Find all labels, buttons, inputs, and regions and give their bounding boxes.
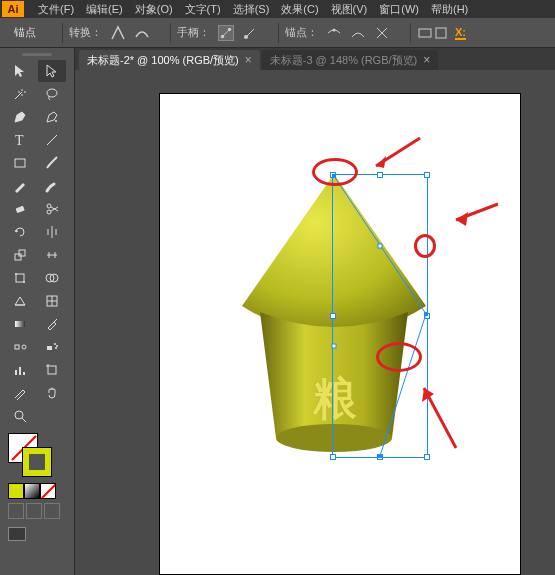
tab-label: 未标题-3 @ 148% (RGB/预览) [270, 53, 417, 68]
mesh-tool[interactable] [38, 290, 66, 312]
line-tool[interactable] [38, 129, 66, 151]
control-bar: 锚点 转换： 手柄： 锚点： X: [0, 18, 555, 48]
svg-rect-24 [15, 321, 25, 327]
color-mode-gradient[interactable] [24, 483, 40, 499]
handle-show-icon[interactable] [218, 25, 234, 41]
svg-point-30 [55, 347, 57, 349]
panel-handle[interactable] [0, 48, 74, 60]
connect-anchor-icon[interactable] [350, 25, 366, 41]
svg-point-2 [228, 27, 232, 31]
slice-tool[interactable] [6, 382, 34, 404]
selected-path[interactable] [332, 174, 428, 458]
annotation-ellipse [414, 234, 436, 258]
menu-object[interactable]: 对象(O) [129, 2, 179, 17]
free-transform-tool[interactable] [6, 267, 34, 289]
workspace: 未标题-2* @ 100% (RGB/预览) × 未标题-3 @ 148% (R… [75, 48, 555, 575]
convert-corner-icon[interactable] [110, 25, 126, 41]
symbol-sprayer-tool[interactable] [38, 336, 66, 358]
remove-anchor-icon[interactable] [326, 25, 342, 41]
handle-hide-icon[interactable] [242, 25, 258, 41]
svg-rect-17 [19, 250, 25, 256]
isolate-icon[interactable] [433, 25, 449, 41]
hand-tool[interactable] [38, 382, 66, 404]
gradient-tool[interactable] [6, 313, 34, 335]
canvas-area[interactable]: 粮 [75, 70, 555, 575]
divider [278, 23, 279, 43]
menu-view[interactable]: 视图(V) [325, 2, 374, 17]
document-tab[interactable]: 未标题-2* @ 100% (RGB/预览) × [79, 50, 260, 70]
color-mode-solid[interactable] [8, 483, 24, 499]
document-tab[interactable]: 未标题-3 @ 148% (RGB/预览) × [262, 50, 438, 70]
pencil-tool[interactable] [6, 175, 34, 197]
magic-wand-tool[interactable] [6, 83, 34, 105]
cut-anchor-icon[interactable] [374, 25, 390, 41]
eraser-tool[interactable] [6, 198, 34, 220]
direct-selection-tool[interactable] [38, 60, 66, 82]
annotation-arrow [416, 382, 466, 454]
svg-point-28 [54, 343, 56, 345]
svg-point-29 [56, 345, 58, 347]
app-logo: Ai [2, 1, 24, 17]
fill-stroke-proxy[interactable] [8, 433, 52, 477]
scale-tool[interactable] [6, 244, 34, 266]
svg-point-35 [15, 411, 23, 419]
eyedropper-tool[interactable] [38, 313, 66, 335]
svg-rect-42 [332, 344, 336, 348]
svg-rect-41 [378, 454, 382, 458]
annotation-ellipse [312, 158, 358, 186]
artboard[interactable]: 粮 [160, 94, 520, 574]
pen-tool[interactable] [6, 106, 34, 128]
shape-builder-tool[interactable] [38, 267, 66, 289]
anchors-group: 锚点： [285, 25, 390, 41]
menu-effect[interactable]: 效果(C) [275, 2, 324, 17]
rectangle-tool[interactable] [6, 152, 34, 174]
menu-edit[interactable]: 编辑(E) [80, 2, 129, 17]
draw-behind[interactable] [26, 503, 42, 519]
lasso-tool[interactable] [38, 83, 66, 105]
convert-smooth-icon[interactable] [134, 25, 150, 41]
svg-point-19 [15, 273, 17, 275]
type-tool[interactable]: T [6, 129, 34, 151]
svg-rect-33 [23, 372, 25, 375]
svg-rect-27 [47, 346, 52, 350]
svg-line-11 [47, 135, 57, 145]
menu-file[interactable]: 文件(F) [32, 2, 80, 17]
menu-type[interactable]: 文字(T) [179, 2, 227, 17]
scissors-tool[interactable] [38, 198, 66, 220]
artboard-tool[interactable] [38, 359, 66, 381]
reflect-tool[interactable] [38, 221, 66, 243]
draw-inside[interactable] [44, 503, 60, 519]
svg-rect-7 [436, 28, 446, 38]
svg-point-20 [23, 281, 25, 283]
graph-tool[interactable] [6, 359, 34, 381]
blend-tool[interactable] [6, 336, 34, 358]
color-mode-none[interactable] [40, 483, 56, 499]
selection-tool[interactable] [6, 60, 34, 82]
blob-brush-tool[interactable] [38, 175, 66, 197]
svg-rect-13 [16, 206, 25, 213]
svg-point-9 [55, 120, 57, 122]
draw-normal[interactable] [8, 503, 24, 519]
curvature-tool[interactable] [38, 106, 66, 128]
divider [62, 23, 63, 43]
rotate-tool[interactable] [6, 221, 34, 243]
transform-x-icon[interactable]: X: [455, 26, 466, 40]
zoom-tool[interactable] [6, 405, 34, 427]
stroke-swatch[interactable] [22, 447, 52, 477]
svg-rect-31 [15, 370, 17, 375]
align-icon[interactable] [417, 25, 433, 41]
anchor-label: 锚点 [14, 25, 36, 40]
close-icon[interactable]: × [245, 54, 252, 66]
close-icon[interactable]: × [423, 54, 430, 66]
svg-rect-18 [16, 274, 24, 282]
menu-bar: Ai 文件(F) 编辑(E) 对象(O) 文字(T) 选择(S) 效果(C) 视… [0, 0, 555, 18]
paintbrush-tool[interactable] [38, 152, 66, 174]
menu-help[interactable]: 帮助(H) [425, 2, 474, 17]
menu-select[interactable]: 选择(S) [227, 2, 276, 17]
screen-mode[interactable] [0, 523, 74, 545]
annotation-arrow [370, 136, 430, 178]
convert-label: 转换： [69, 25, 102, 40]
width-tool[interactable] [38, 244, 66, 266]
menu-window[interactable]: 窗口(W) [373, 2, 425, 17]
perspective-tool[interactable] [6, 290, 34, 312]
